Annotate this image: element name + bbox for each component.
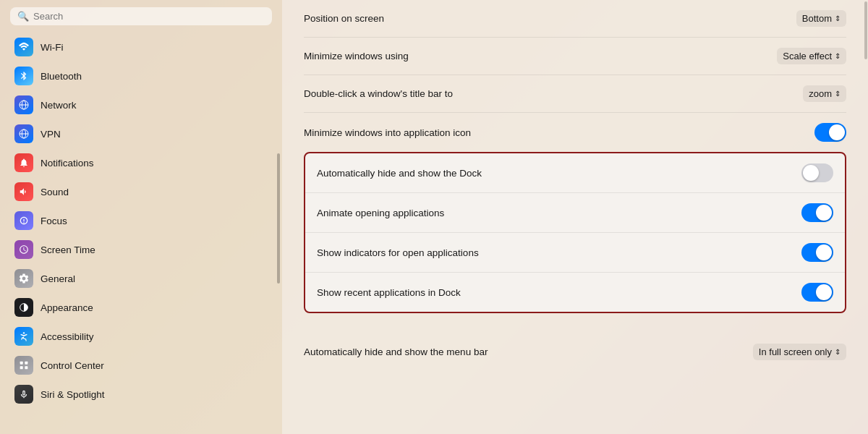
setting-label-doubleclick: Double-click a window's title bar to <box>304 88 453 99</box>
sidebar-item-label-bluetooth: Bluetooth <box>41 71 82 82</box>
sidebar-item-label-network: Network <box>41 100 77 111</box>
dock-highlight-section: Automatically hide and show the DockAnim… <box>304 152 846 313</box>
sidebar-item-label-appearance: Appearance <box>41 302 93 313</box>
search-input[interactable] <box>33 11 265 22</box>
sidebar-item-label-siri: Siri & Spotlight <box>41 389 105 400</box>
sidebar-item-label-controlcenter: Control Center <box>41 360 104 371</box>
main-scrollbar[interactable] <box>862 0 868 434</box>
dropdown-value: In full screen only <box>759 346 832 357</box>
sidebar-scrollbar[interactable] <box>276 36 281 427</box>
dropdown-value: Scale effect <box>783 51 832 61</box>
toggle-autohide[interactable] <box>801 163 833 182</box>
toggle-minimizeicon[interactable] <box>814 123 846 142</box>
sidebar: 🔍 Wi-FiBluetoothNetworkVPNNotificationsS… <box>0 0 282 434</box>
chevron-up-down-icon: ⇕ <box>835 348 841 356</box>
focus-icon <box>14 211 33 230</box>
setting-row-autohide_menubar: Automatically hide and show the menu bar… <box>304 333 846 370</box>
setting-row-position: Position on screenBottom⇕ <box>304 0 846 38</box>
sidebar-item-label-screentime: Screen Time <box>41 244 95 255</box>
vpn-icon <box>14 124 33 143</box>
sidebar-item-label-general: General <box>41 273 75 284</box>
setting-row-minimize: Minimize windows usingScale effect⇕ <box>304 38 846 75</box>
setting-row-autohide: Automatically hide and show the Dock <box>305 153 845 193</box>
sidebar-item-label-focus: Focus <box>41 216 67 226</box>
menu-bar-rows: Automatically hide and show the menu bar… <box>282 333 868 370</box>
sidebar-item-bluetooth[interactable]: Bluetooth <box>7 61 275 90</box>
setting-row-animate: Animate opening applications <box>305 193 845 233</box>
menu-bar-section: Automatically hide and show the menu bar… <box>282 313 868 370</box>
appearance-icon <box>14 298 33 317</box>
toggle-knob <box>803 165 819 181</box>
svg-rect-10 <box>20 366 23 369</box>
top-rows-section: Position on screenBottom⇕Minimize window… <box>282 0 868 152</box>
setting-label-recentapps: Show recent applications in Dock <box>317 287 461 298</box>
sidebar-item-wifi[interactable]: Wi-Fi <box>7 33 275 61</box>
sidebar-item-screentime[interactable]: Screen Time <box>7 235 275 264</box>
sidebar-list: Wi-FiBluetoothNetworkVPNNotificationsSou… <box>0 30 282 434</box>
siri-icon <box>14 385 33 404</box>
sidebar-item-controlcenter[interactable]: Control Center <box>7 351 275 380</box>
toggle-animate[interactable] <box>801 203 833 222</box>
sidebar-item-label-wifi: Wi-Fi <box>41 42 63 53</box>
setting-label-autohide: Automatically hide and show the Dock <box>317 168 482 179</box>
sidebar-item-focus[interactable]: Focus <box>7 206 275 235</box>
setting-row-minimizeicon: Minimize windows into application icon <box>304 113 846 152</box>
setting-label-position: Position on screen <box>304 13 384 24</box>
toggle-knob <box>816 244 832 260</box>
setting-label-minimizeicon: Minimize windows into application icon <box>304 127 471 138</box>
screentime-icon <box>14 240 33 259</box>
setting-row-recentapps: Show recent applications in Dock <box>305 273 845 312</box>
chevron-up-down-icon: ⇕ <box>835 90 841 98</box>
svg-rect-11 <box>25 366 27 369</box>
sidebar-item-general[interactable]: General <box>7 264 275 293</box>
svg-point-7 <box>23 332 25 333</box>
sidebar-scrollbar-thumb <box>277 153 280 284</box>
setting-label-animate: Animate opening applications <box>317 208 444 218</box>
setting-label-autohide_menubar: Automatically hide and show the menu bar <box>304 346 488 357</box>
toggle-indicators[interactable] <box>801 243 833 262</box>
toggle-knob <box>816 284 832 300</box>
accessibility-icon <box>14 327 33 346</box>
dropdown-value: Bottom <box>802 13 832 24</box>
setting-row-doubleclick: Double-click a window's title bar tozoom… <box>304 75 846 113</box>
svg-rect-9 <box>25 362 27 365</box>
general-icon <box>14 269 33 288</box>
wifi-icon <box>14 38 33 56</box>
controlcenter-icon <box>14 356 33 375</box>
bluetooth-icon <box>14 67 33 85</box>
sidebar-item-label-accessibility: Accessibility <box>41 331 94 342</box>
chevron-up-down-icon: ⇕ <box>835 14 841 22</box>
sidebar-item-appearance[interactable]: Appearance <box>7 293 275 322</box>
sidebar-item-notifications[interactable]: Notifications <box>7 148 275 177</box>
dropdown-button[interactable]: Bottom⇕ <box>796 10 846 27</box>
sidebar-item-accessibility[interactable]: Accessibility <box>7 322 275 351</box>
toggle-recentapps[interactable] <box>801 283 833 302</box>
network-icon <box>14 95 33 114</box>
sidebar-item-label-notifications: Notifications <box>41 158 94 169</box>
sidebar-item-label-sound: Sound <box>41 187 69 197</box>
search-icon: 🔍 <box>17 11 29 22</box>
sidebar-item-vpn[interactable]: VPN <box>7 119 275 148</box>
toggle-knob <box>816 205 832 221</box>
dropdown-button[interactable]: zoom⇕ <box>803 85 846 102</box>
dropdown-button[interactable]: Scale effect⇕ <box>777 48 846 64</box>
menu-bar-title <box>282 313 868 333</box>
sidebar-item-siri[interactable]: Siri & Spotlight <box>7 380 275 409</box>
notifications-icon <box>14 153 33 172</box>
main-scrollbar-thumb <box>864 1 867 59</box>
dropdown-value: zoom <box>809 88 832 99</box>
main-content: Position on screenBottom⇕Minimize window… <box>282 0 868 434</box>
sidebar-item-sound[interactable]: Sound <box>7 177 275 206</box>
search-wrapper[interactable]: 🔍 <box>10 7 272 25</box>
sidebar-item-network[interactable]: Network <box>7 90 275 119</box>
search-bar: 🔍 <box>0 0 282 30</box>
setting-label-minimize: Minimize windows using <box>304 51 409 61</box>
sidebar-item-label-vpn: VPN <box>41 129 61 140</box>
setting-row-indicators: Show indicators for open applications <box>305 233 845 273</box>
setting-label-indicators: Show indicators for open applications <box>317 247 479 258</box>
svg-rect-8 <box>20 362 23 365</box>
chevron-up-down-icon: ⇕ <box>835 52 841 60</box>
sound-icon <box>14 182 33 201</box>
toggle-knob <box>829 124 845 140</box>
dropdown-button[interactable]: In full screen only⇕ <box>753 344 846 360</box>
